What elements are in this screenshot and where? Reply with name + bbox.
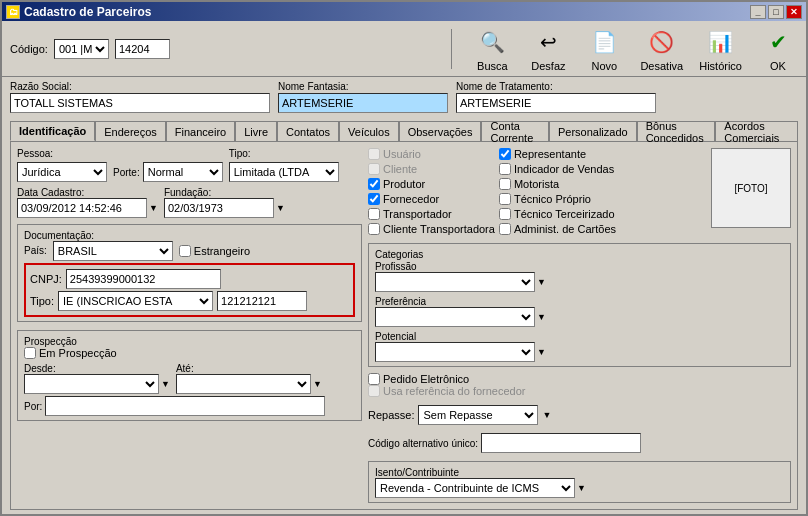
tipo-group: Tipo: Limitada (LTDA S.A. EIRELI (229, 148, 339, 182)
desfaz-icon: ↩ (532, 26, 564, 58)
cliente-transp-checkbox[interactable] (368, 223, 380, 235)
tab-veiculos[interactable]: Veículos (339, 121, 399, 141)
window-title: Cadastro de Parceiros (24, 5, 151, 19)
tipo-ie-select[interactable]: IE (INSCRICAO ESTA ISENTO (58, 291, 213, 311)
estrangeiro-checkbox[interactable] (179, 245, 191, 257)
representante-row: Representante (499, 148, 616, 160)
cliente-checkbox[interactable] (368, 163, 380, 175)
isento-arrow[interactable]: ▼ (577, 483, 586, 493)
fantasia-input[interactable] (278, 93, 448, 113)
ate-arrow[interactable]: ▼ (313, 379, 322, 389)
tab-conta-corrente[interactable]: Conta Corrente (481, 121, 548, 141)
tratamento-group: Nome de Tratamento: (456, 81, 656, 113)
tab-observacoes[interactable]: Observações (399, 121, 482, 141)
desfaz-button[interactable]: ↩ Desfaz (528, 26, 568, 72)
preferencia-arrow[interactable]: ▼ (537, 312, 546, 322)
pessoa-select[interactable]: Jurídica Física (17, 162, 107, 182)
desde-arrow[interactable]: ▼ (161, 379, 170, 389)
repasse-row: Repasse: Sem Repasse Com Repasse ▼ (368, 405, 791, 425)
codigo-input[interactable] (115, 39, 170, 59)
tabs-bar: Identificação Endereços Financeiro Livre… (10, 121, 798, 141)
fornecedor-row: Fornecedor (368, 193, 495, 205)
tab-livre[interactable]: Livre (235, 121, 277, 141)
razao-input[interactable] (10, 93, 270, 113)
busca-label: Busca (477, 60, 508, 72)
tecnico-terc-checkbox[interactable] (499, 208, 511, 220)
close-button[interactable]: ✕ (786, 5, 802, 19)
isento-select[interactable]: Revenda - Contribuinte de ICMS Isento (375, 478, 575, 498)
fundacao-input[interactable] (164, 198, 274, 218)
razao-label: Razão Social: (10, 81, 270, 92)
data-cad-input[interactable] (17, 198, 147, 218)
maximize-button[interactable]: □ (768, 5, 784, 19)
repasse-select[interactable]: Sem Repasse Com Repasse (418, 405, 538, 425)
prospec-desde-row: Desde: ▼ Até: ▼ (24, 362, 355, 394)
tab-bonus-concedidos[interactable]: Bônus Concedidos (637, 121, 716, 141)
tab-enderecos[interactable]: Endereços (95, 121, 166, 141)
minimize-button[interactable]: _ (750, 5, 766, 19)
preferencia-select[interactable] (375, 307, 535, 327)
pedido-eletronico-checkbox[interactable] (368, 373, 380, 385)
cnpj-label: CNPJ: (30, 273, 62, 285)
data-cad-arrow[interactable]: ▼ (149, 203, 158, 213)
pais-row: País: BRASIL Estrangeiro (24, 241, 355, 261)
potencial-arrow[interactable]: ▼ (537, 347, 546, 357)
porte-select[interactable]: Normal Pequena Média Grande (143, 162, 223, 182)
fornecedor-checkbox[interactable] (368, 193, 380, 205)
ate-select[interactable] (176, 374, 311, 394)
por-input[interactable] (45, 396, 325, 416)
tabs-container: Identificação Endereços Financeiro Livre… (10, 117, 798, 510)
representante-checkbox[interactable] (499, 148, 511, 160)
prospec-group: Prospecção Em Prospecção Desde: ▼ (17, 330, 362, 421)
tab-identificacao[interactable]: Identificação (10, 121, 95, 141)
codigo-combo[interactable]: 001 |M (54, 39, 109, 59)
desfaz-label: Desfaz (531, 60, 565, 72)
desde-select[interactable] (24, 374, 159, 394)
tipo-tp-select[interactable]: Limitada (LTDA S.A. EIRELI (229, 162, 339, 182)
fundacao-arrow[interactable]: ▼ (276, 203, 285, 213)
por-label: Por: (24, 401, 42, 412)
ie-input[interactable] (217, 291, 307, 311)
pessoa-group: Pessoa: Jurídica Física (17, 148, 107, 182)
em-prosp-checkbox[interactable] (24, 347, 36, 359)
busca-button[interactable]: 🔍 Busca (472, 26, 512, 72)
tab-contatos[interactable]: Contatos (277, 121, 339, 141)
fantasia-label: Nome Fantasia: (278, 81, 448, 92)
usuario-checkbox[interactable] (368, 148, 380, 160)
potencial-select[interactable] (375, 342, 535, 362)
usa-referencia-checkbox[interactable] (368, 385, 380, 397)
pais-select[interactable]: BRASIL (53, 241, 173, 261)
desativa-icon: 🚫 (646, 26, 678, 58)
tratamento-input[interactable] (456, 93, 656, 113)
tecnico-proprio-checkbox[interactable] (499, 193, 511, 205)
cliente-label: Cliente (383, 163, 417, 175)
indicador-vendas-checkbox[interactable] (499, 163, 511, 175)
administ-cartoes-checkbox[interactable] (499, 223, 511, 235)
data-cad-label: Data Cadastro: (17, 187, 84, 198)
novo-button[interactable]: 📄 Novo (584, 26, 624, 72)
pessoa-porte-tipo-row: Pessoa: Jurídica Física Porte: Normal Pe… (17, 148, 362, 182)
cliente-transp-label: Cliente Transportadora (383, 223, 495, 235)
tipo-ie-row: Tipo: IE (INSCRICAO ESTA ISENTO (30, 291, 349, 311)
motorista-checkbox[interactable] (499, 178, 511, 190)
transportador-checkbox[interactable] (368, 208, 380, 220)
profissao-select[interactable] (375, 272, 535, 292)
produtor-row: Produtor (368, 178, 495, 190)
fundacao-group: Fundação: ▼ (164, 186, 285, 218)
repasse-arrow[interactable]: ▼ (542, 410, 551, 420)
codalt-input[interactable] (481, 433, 641, 453)
potencial-group: Potencial ▼ (375, 330, 784, 362)
desativa-button[interactable]: 🚫 Desativa (640, 26, 683, 72)
profissao-arrow[interactable]: ▼ (537, 277, 546, 287)
tab-acordos-comerciais[interactable]: Acordos Comerciais (715, 121, 798, 141)
ok-button[interactable]: ✔ OK (758, 26, 798, 72)
cnpj-input[interactable] (66, 269, 221, 289)
historico-icon: 📊 (705, 26, 737, 58)
codigo-label: Código: (10, 43, 48, 55)
tab-financeiro[interactable]: Financeiro (166, 121, 235, 141)
tab-personalizado[interactable]: Personalizado (549, 121, 637, 141)
repasse-label: Repasse: (368, 409, 414, 421)
historico-button[interactable]: 📊 Histórico (699, 26, 742, 72)
codalt-label: Código alternativo único: (368, 438, 478, 449)
produtor-checkbox[interactable] (368, 178, 380, 190)
